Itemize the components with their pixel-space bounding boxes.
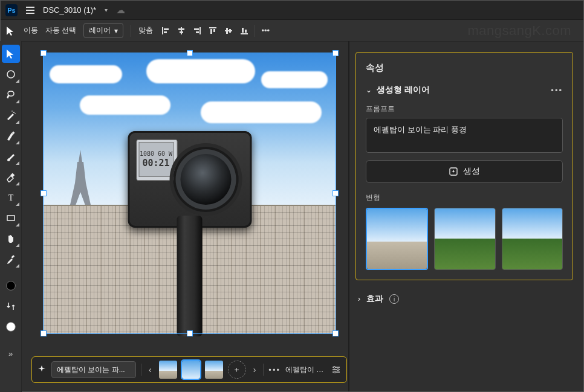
hand-tool[interactable] [2, 230, 20, 248]
divider [131, 25, 131, 37]
lasso-tool[interactable] [2, 86, 20, 104]
svg-rect-25 [11, 255, 15, 259]
move-tool-icon [5, 25, 16, 36]
divider [255, 25, 255, 37]
svg-rect-7 [194, 28, 199, 30]
variation-thumb-2[interactable] [434, 208, 495, 270]
context-result-label: 에펠탑이 보이... [285, 365, 326, 375]
resize-handle-e[interactable] [333, 190, 339, 196]
contextual-task-bar: 에펠탑이 보이는 파... ‹ ＋ › ••• 에펠탑이 보이... [31, 356, 347, 383]
context-prompt-input[interactable]: 에펠탑이 보이는 파... [51, 361, 136, 378]
quick-select-tool[interactable] [2, 127, 20, 145]
resize-handle-nw[interactable] [41, 50, 47, 56]
align-buttons: ••• [160, 25, 271, 37]
brush-tool[interactable] [2, 147, 20, 165]
context-thumb-3[interactable] [205, 361, 223, 379]
prompt-field-label: 프롬프트 [366, 104, 563, 114]
context-thumb-1[interactable] [159, 361, 177, 379]
expand-tools-icon[interactable]: » [2, 344, 20, 362]
svg-point-19 [13, 112, 15, 113]
svg-rect-6 [200, 27, 201, 34]
generative-layer-section-header[interactable]: ⌄ 생성형 레이어 ••• [366, 85, 563, 95]
svg-text:T: T [8, 193, 13, 202]
align-top-icon[interactable] [207, 25, 218, 36]
generate-icon [449, 167, 458, 176]
resize-handle-s[interactable] [187, 330, 193, 336]
camera-lcd: 1080 60 W 00:21 [138, 142, 174, 177]
variations-section: 변형 [366, 193, 563, 270]
svg-point-26 [6, 281, 15, 291]
divider [141, 364, 141, 376]
type-tool[interactable]: T [2, 188, 20, 207]
generate-label: 생성 [463, 166, 480, 177]
svg-rect-16 [242, 28, 244, 33]
align-h-center-icon[interactable] [176, 25, 187, 36]
swap-colors-icon[interactable] [2, 297, 20, 315]
context-thumb-2[interactable] [182, 361, 200, 379]
document-tab-title[interactable]: DSC_3010 (1)* [43, 5, 96, 14]
variation-thumb-1[interactable] [366, 208, 428, 270]
magic-wand-tool[interactable] [2, 106, 20, 124]
eiffel-tower [65, 150, 96, 210]
resize-handle-w[interactable] [41, 190, 47, 196]
resize-handle-sw[interactable] [41, 330, 47, 336]
section-more-icon[interactable]: ••• [551, 86, 563, 95]
align-right-icon[interactable] [192, 25, 203, 36]
foreground-color-swatch[interactable] [2, 277, 20, 295]
chevron-down-icon: ⌄ [366, 86, 372, 94]
eyedropper-tool[interactable] [2, 250, 20, 268]
shape-tool[interactable] [2, 209, 20, 227]
panel-title: 속성 [366, 62, 563, 74]
variation-thumb-3[interactable] [502, 208, 563, 270]
add-variation-button[interactable]: ＋ [228, 361, 246, 379]
resize-handle-ne[interactable] [333, 50, 339, 56]
align-bottom-icon[interactable] [239, 25, 250, 36]
menu-icon[interactable] [26, 7, 34, 14]
tool-strip: T » [0, 41, 22, 392]
svg-rect-14 [229, 29, 231, 33]
svg-rect-12 [225, 30, 232, 31]
canvas-area: 1080 60 W 00:21 에펠탑이 보이는 파... ‹ [22, 41, 349, 391]
resize-handle-se[interactable] [333, 330, 339, 336]
section-label: 생성형 레이어 [377, 85, 546, 95]
align-left-icon[interactable] [160, 25, 171, 36]
svg-rect-22 [10, 173, 15, 177]
settings-sliders-icon[interactable] [331, 364, 342, 375]
chevron-down-icon[interactable]: ▾ [105, 7, 108, 13]
svg-rect-24 [7, 216, 15, 220]
document-canvas[interactable]: 1080 60 W 00:21 [44, 53, 336, 333]
eraser-tool[interactable] [2, 168, 20, 186]
cloud-sync-icon[interactable]: ☁ [116, 5, 125, 16]
lcd-line1: 1080 60 W [140, 150, 172, 158]
effects-section-header[interactable]: › 효과 i [355, 294, 573, 304]
resize-handle-n[interactable] [187, 50, 193, 56]
svg-rect-3 [181, 27, 182, 34]
next-variation-icon[interactable]: › [251, 365, 259, 374]
chevron-down-icon: ▾ [114, 27, 118, 35]
align-v-center-icon[interactable] [223, 25, 234, 36]
svg-rect-1 [164, 28, 169, 30]
svg-rect-0 [162, 27, 163, 34]
svg-point-29 [337, 368, 339, 370]
move-tool[interactable] [2, 45, 20, 63]
prompt-textarea[interactable]: 에펠탑이 보이는 파리 풍경 [366, 118, 563, 153]
context-more-icon[interactable]: ••• [268, 365, 281, 374]
svg-rect-5 [180, 31, 183, 33]
auto-select-label: 자동 선택 [45, 25, 76, 36]
properties-panel: 속성 ⌄ 생성형 레이어 ••• 프롬프트 에펠탑이 보이는 파리 풍경 생성 … [355, 52, 573, 280]
generate-button[interactable]: 생성 [366, 160, 563, 183]
canvas-camera-object: 1080 60 W 00:21 [128, 131, 251, 228]
info-icon[interactable]: i [389, 294, 399, 304]
svg-rect-11 [213, 29, 215, 32]
layer-type-value: 레이어 [89, 25, 111, 36]
background-color-swatch[interactable] [2, 318, 20, 336]
svg-point-20 [11, 111, 13, 112]
lcd-line2: 00:21 [142, 158, 169, 170]
ellipse-select-tool[interactable] [2, 65, 20, 83]
svg-rect-17 [245, 30, 247, 33]
layer-type-select[interactable]: 레이어 ▾ [83, 23, 123, 38]
more-options-icon[interactable]: ••• [260, 25, 271, 36]
sparkle-icon [37, 365, 47, 374]
effects-label: 효과 [366, 294, 383, 304]
prev-variation-icon[interactable]: ‹ [146, 365, 154, 374]
